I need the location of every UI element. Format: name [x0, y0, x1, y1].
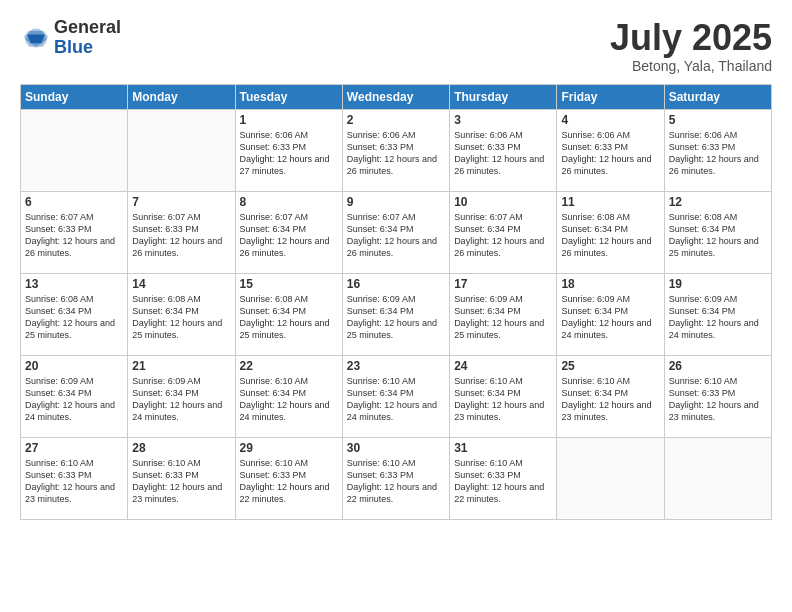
day-number: 2	[347, 113, 445, 127]
day-number: 6	[25, 195, 123, 209]
day-number: 5	[669, 113, 767, 127]
calendar-week-row: 6Sunrise: 6:07 AM Sunset: 6:33 PM Daylig…	[21, 191, 772, 273]
day-info: Sunrise: 6:09 AM Sunset: 6:34 PM Dayligh…	[669, 293, 767, 342]
calendar-cell: 11Sunrise: 6:08 AM Sunset: 6:34 PM Dayli…	[557, 191, 664, 273]
day-info: Sunrise: 6:08 AM Sunset: 6:34 PM Dayligh…	[669, 211, 767, 260]
day-number: 11	[561, 195, 659, 209]
calendar-cell: 28Sunrise: 6:10 AM Sunset: 6:33 PM Dayli…	[128, 437, 235, 519]
calendar-cell: 1Sunrise: 6:06 AM Sunset: 6:33 PM Daylig…	[235, 109, 342, 191]
day-number: 4	[561, 113, 659, 127]
day-number: 18	[561, 277, 659, 291]
day-info: Sunrise: 6:06 AM Sunset: 6:33 PM Dayligh…	[347, 129, 445, 178]
day-info: Sunrise: 6:10 AM Sunset: 6:33 PM Dayligh…	[25, 457, 123, 506]
day-number: 28	[132, 441, 230, 455]
calendar-cell: 5Sunrise: 6:06 AM Sunset: 6:33 PM Daylig…	[664, 109, 771, 191]
calendar-cell	[664, 437, 771, 519]
calendar-table: SundayMondayTuesdayWednesdayThursdayFrid…	[20, 84, 772, 520]
day-number: 7	[132, 195, 230, 209]
calendar-cell	[21, 109, 128, 191]
day-number: 10	[454, 195, 552, 209]
calendar-cell: 24Sunrise: 6:10 AM Sunset: 6:34 PM Dayli…	[450, 355, 557, 437]
calendar-cell: 18Sunrise: 6:09 AM Sunset: 6:34 PM Dayli…	[557, 273, 664, 355]
day-info: Sunrise: 6:10 AM Sunset: 6:33 PM Dayligh…	[240, 457, 338, 506]
day-number: 23	[347, 359, 445, 373]
calendar-cell: 8Sunrise: 6:07 AM Sunset: 6:34 PM Daylig…	[235, 191, 342, 273]
calendar-cell: 4Sunrise: 6:06 AM Sunset: 6:33 PM Daylig…	[557, 109, 664, 191]
day-info: Sunrise: 6:09 AM Sunset: 6:34 PM Dayligh…	[25, 375, 123, 424]
calendar-cell	[557, 437, 664, 519]
day-number: 25	[561, 359, 659, 373]
day-info: Sunrise: 6:06 AM Sunset: 6:33 PM Dayligh…	[454, 129, 552, 178]
day-info: Sunrise: 6:08 AM Sunset: 6:34 PM Dayligh…	[561, 211, 659, 260]
day-number: 26	[669, 359, 767, 373]
location: Betong, Yala, Thailand	[610, 58, 772, 74]
day-number: 29	[240, 441, 338, 455]
day-info: Sunrise: 6:08 AM Sunset: 6:34 PM Dayligh…	[132, 293, 230, 342]
calendar-day-header: Friday	[557, 84, 664, 109]
header: General Blue July 2025 Betong, Yala, Tha…	[20, 18, 772, 74]
calendar-cell: 6Sunrise: 6:07 AM Sunset: 6:33 PM Daylig…	[21, 191, 128, 273]
calendar-cell: 12Sunrise: 6:08 AM Sunset: 6:34 PM Dayli…	[664, 191, 771, 273]
calendar-cell: 23Sunrise: 6:10 AM Sunset: 6:34 PM Dayli…	[342, 355, 449, 437]
calendar-cell: 20Sunrise: 6:09 AM Sunset: 6:34 PM Dayli…	[21, 355, 128, 437]
day-number: 30	[347, 441, 445, 455]
day-info: Sunrise: 6:06 AM Sunset: 6:33 PM Dayligh…	[561, 129, 659, 178]
day-info: Sunrise: 6:07 AM Sunset: 6:34 PM Dayligh…	[240, 211, 338, 260]
day-info: Sunrise: 6:07 AM Sunset: 6:34 PM Dayligh…	[454, 211, 552, 260]
day-number: 16	[347, 277, 445, 291]
calendar-cell: 17Sunrise: 6:09 AM Sunset: 6:34 PM Dayli…	[450, 273, 557, 355]
day-info: Sunrise: 6:07 AM Sunset: 6:33 PM Dayligh…	[132, 211, 230, 260]
calendar-cell: 2Sunrise: 6:06 AM Sunset: 6:33 PM Daylig…	[342, 109, 449, 191]
calendar-cell: 3Sunrise: 6:06 AM Sunset: 6:33 PM Daylig…	[450, 109, 557, 191]
day-info: Sunrise: 6:10 AM Sunset: 6:34 PM Dayligh…	[454, 375, 552, 424]
day-info: Sunrise: 6:10 AM Sunset: 6:34 PM Dayligh…	[347, 375, 445, 424]
page: General Blue July 2025 Betong, Yala, Tha…	[0, 0, 792, 612]
title-area: July 2025 Betong, Yala, Thailand	[610, 18, 772, 74]
calendar-day-header: Tuesday	[235, 84, 342, 109]
day-number: 9	[347, 195, 445, 209]
day-info: Sunrise: 6:06 AM Sunset: 6:33 PM Dayligh…	[240, 129, 338, 178]
logo-blue: Blue	[54, 38, 121, 58]
day-number: 20	[25, 359, 123, 373]
calendar-cell: 15Sunrise: 6:08 AM Sunset: 6:34 PM Dayli…	[235, 273, 342, 355]
calendar-cell: 31Sunrise: 6:10 AM Sunset: 6:33 PM Dayli…	[450, 437, 557, 519]
calendar-cell: 19Sunrise: 6:09 AM Sunset: 6:34 PM Dayli…	[664, 273, 771, 355]
day-number: 3	[454, 113, 552, 127]
calendar-cell: 30Sunrise: 6:10 AM Sunset: 6:33 PM Dayli…	[342, 437, 449, 519]
logo-text: General Blue	[54, 18, 121, 58]
day-info: Sunrise: 6:09 AM Sunset: 6:34 PM Dayligh…	[454, 293, 552, 342]
day-number: 31	[454, 441, 552, 455]
day-number: 22	[240, 359, 338, 373]
day-info: Sunrise: 6:06 AM Sunset: 6:33 PM Dayligh…	[669, 129, 767, 178]
day-info: Sunrise: 6:09 AM Sunset: 6:34 PM Dayligh…	[132, 375, 230, 424]
calendar-cell: 14Sunrise: 6:08 AM Sunset: 6:34 PM Dayli…	[128, 273, 235, 355]
day-info: Sunrise: 6:08 AM Sunset: 6:34 PM Dayligh…	[240, 293, 338, 342]
day-info: Sunrise: 6:08 AM Sunset: 6:34 PM Dayligh…	[25, 293, 123, 342]
calendar-day-header: Thursday	[450, 84, 557, 109]
day-number: 21	[132, 359, 230, 373]
day-number: 17	[454, 277, 552, 291]
calendar-cell: 21Sunrise: 6:09 AM Sunset: 6:34 PM Dayli…	[128, 355, 235, 437]
day-number: 14	[132, 277, 230, 291]
calendar-week-row: 27Sunrise: 6:10 AM Sunset: 6:33 PM Dayli…	[21, 437, 772, 519]
calendar-week-row: 20Sunrise: 6:09 AM Sunset: 6:34 PM Dayli…	[21, 355, 772, 437]
day-number: 1	[240, 113, 338, 127]
day-info: Sunrise: 6:10 AM Sunset: 6:34 PM Dayligh…	[240, 375, 338, 424]
day-number: 19	[669, 277, 767, 291]
logo: General Blue	[20, 18, 121, 58]
day-info: Sunrise: 6:10 AM Sunset: 6:33 PM Dayligh…	[347, 457, 445, 506]
day-number: 12	[669, 195, 767, 209]
day-info: Sunrise: 6:10 AM Sunset: 6:33 PM Dayligh…	[132, 457, 230, 506]
day-info: Sunrise: 6:09 AM Sunset: 6:34 PM Dayligh…	[347, 293, 445, 342]
logo-icon	[22, 24, 50, 52]
logo-general: General	[54, 18, 121, 38]
calendar-cell: 10Sunrise: 6:07 AM Sunset: 6:34 PM Dayli…	[450, 191, 557, 273]
day-info: Sunrise: 6:10 AM Sunset: 6:33 PM Dayligh…	[454, 457, 552, 506]
day-number: 24	[454, 359, 552, 373]
calendar-header-row: SundayMondayTuesdayWednesdayThursdayFrid…	[21, 84, 772, 109]
day-number: 13	[25, 277, 123, 291]
calendar-day-header: Sunday	[21, 84, 128, 109]
day-info: Sunrise: 6:07 AM Sunset: 6:33 PM Dayligh…	[25, 211, 123, 260]
calendar-cell: 25Sunrise: 6:10 AM Sunset: 6:34 PM Dayli…	[557, 355, 664, 437]
day-number: 8	[240, 195, 338, 209]
